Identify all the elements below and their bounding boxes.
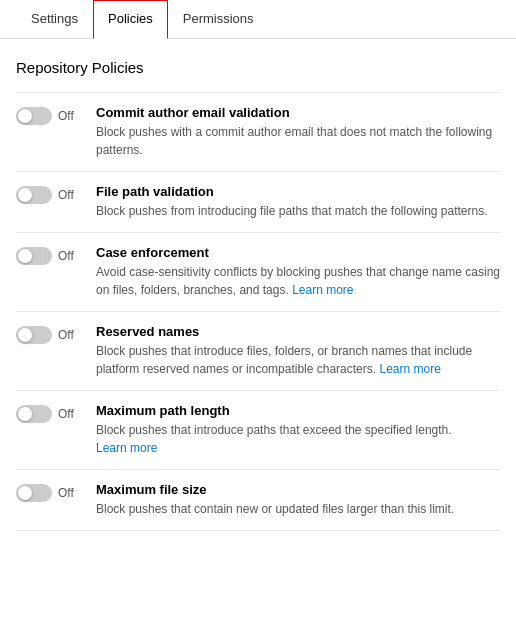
toggle-area: Off [16, 107, 96, 125]
max-path-length-toggle[interactable] [16, 405, 52, 423]
policy-info: Maximum path length Block pushes that in… [96, 403, 500, 457]
tab-bar: Settings Policies Permissions [0, 0, 516, 39]
toggle-label: Off [58, 407, 74, 421]
toggle-area: Off [16, 247, 96, 265]
policy-row: Off Maximum path length Block pushes tha… [16, 391, 500, 470]
tab-policies[interactable]: Policies [93, 0, 168, 39]
tab-permissions[interactable]: Permissions [168, 0, 269, 39]
policy-desc: Block pushes that introduce paths that e… [96, 421, 500, 457]
policy-row: Off Reserved names Block pushes that int… [16, 312, 500, 391]
toggle-area: Off [16, 484, 96, 502]
case-enforcement-toggle[interactable] [16, 247, 52, 265]
file-path-validation-toggle[interactable] [16, 186, 52, 204]
tab-settings[interactable]: Settings [16, 0, 93, 39]
policy-name: File path validation [96, 184, 500, 199]
policy-name: Maximum path length [96, 403, 500, 418]
policy-info: Commit author email validation Block pus… [96, 105, 500, 159]
main-content: Repository Policies Off Commit author em… [0, 39, 516, 547]
policy-desc: Block pushes from introducing file paths… [96, 202, 500, 220]
toggle-label: Off [58, 328, 74, 342]
toggle-area: Off [16, 405, 96, 423]
learn-more-link[interactable]: Learn more [292, 283, 353, 297]
toggle-label: Off [58, 188, 74, 202]
policy-info: File path validation Block pushes from i… [96, 184, 500, 220]
toggle-label: Off [58, 109, 74, 123]
policy-row: Off Commit author email validation Block… [16, 93, 500, 172]
reserved-names-toggle[interactable] [16, 326, 52, 344]
policy-name: Reserved names [96, 324, 500, 339]
section-title: Repository Policies [16, 59, 500, 76]
learn-more-link[interactable]: Learn more [96, 441, 157, 455]
policy-row: Off Maximum file size Block pushes that … [16, 470, 500, 531]
policy-list: Off Commit author email validation Block… [16, 92, 500, 531]
policy-row: Off File path validation Block pushes fr… [16, 172, 500, 233]
toggle-label: Off [58, 249, 74, 263]
policy-desc: Block pushes with a commit author email … [96, 123, 500, 159]
policy-name: Case enforcement [96, 245, 500, 260]
policy-desc: Block pushes that contain new or updated… [96, 500, 500, 518]
max-file-size-toggle[interactable] [16, 484, 52, 502]
toggle-area: Off [16, 326, 96, 344]
policy-row: Off Case enforcement Avoid case-sensitiv… [16, 233, 500, 312]
commit-author-email-toggle[interactable] [16, 107, 52, 125]
policy-info: Reserved names Block pushes that introdu… [96, 324, 500, 378]
policy-desc: Block pushes that introduce files, folde… [96, 342, 500, 378]
toggle-area: Off [16, 186, 96, 204]
policy-name: Maximum file size [96, 482, 500, 497]
learn-more-link[interactable]: Learn more [379, 362, 440, 376]
toggle-label: Off [58, 486, 74, 500]
policy-name: Commit author email validation [96, 105, 500, 120]
policy-info: Maximum file size Block pushes that cont… [96, 482, 500, 518]
policy-desc: Avoid case-sensitivity conflicts by bloc… [96, 263, 500, 299]
policy-info: Case enforcement Avoid case-sensitivity … [96, 245, 500, 299]
